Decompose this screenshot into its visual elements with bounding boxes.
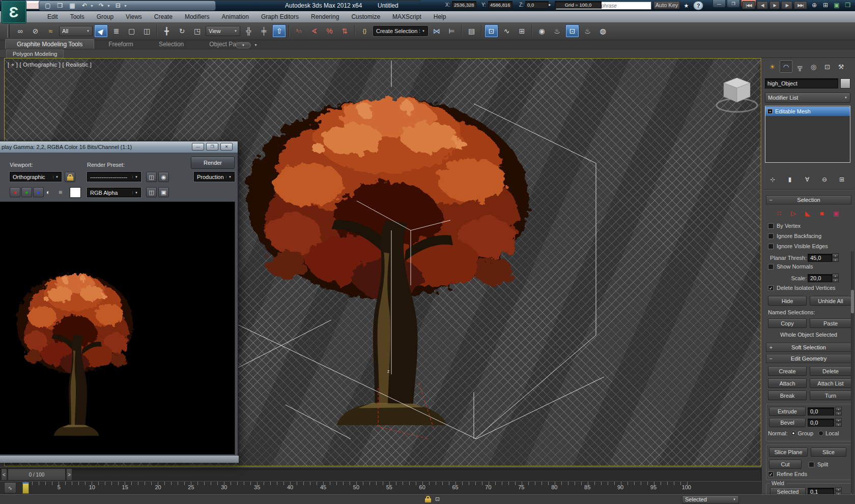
turn-button[interactable]: Turn xyxy=(810,391,851,400)
alpha-channel-icon[interactable]: ■ xyxy=(59,189,62,196)
checkbox[interactable] xyxy=(768,223,774,229)
menu-item[interactable]: Graph Editors xyxy=(255,12,304,21)
unhide-all-button[interactable]: Unhide All xyxy=(810,296,851,306)
delete-button[interactable]: Delete xyxy=(810,366,851,376)
slice-button[interactable]: Slice xyxy=(811,448,846,457)
menu-item[interactable]: Tools xyxy=(65,12,90,21)
panel-scrollbar-track[interactable] xyxy=(851,251,854,493)
ribbon-tab[interactable]: Selection xyxy=(148,40,195,49)
rendered-frame-window-icon[interactable]: ⊡ xyxy=(565,24,579,38)
ignore-backfacing-row[interactable]: Ignore Backfacing xyxy=(768,233,821,239)
save-file-icon[interactable]: ▦ xyxy=(68,2,77,10)
by-vertex-row[interactable]: By Vertex xyxy=(768,223,801,229)
element-subobject-icon[interactable]: ▣ xyxy=(831,209,841,218)
object-name-field[interactable]: high_Object xyxy=(765,78,838,88)
spinner[interactable]: ▲▼ xyxy=(835,418,842,427)
zoom-icon[interactable]: ⊕ xyxy=(809,1,819,9)
align-icon[interactable]: ⊨ xyxy=(445,24,459,38)
hide-button[interactable]: Hide xyxy=(768,296,807,306)
go-to-end-icon[interactable]: ▶▶| xyxy=(794,1,807,9)
zoom-extents-icon[interactable]: ▣ xyxy=(832,1,842,9)
time-slider-handle[interactable]: 0 / 100 xyxy=(8,468,66,481)
viewcube[interactable] xyxy=(717,78,757,112)
render-viewport-dropdown[interactable]: Orthographic▼ xyxy=(10,172,62,182)
make-unique-icon[interactable]: ∀ xyxy=(801,174,814,185)
pin-stack-icon[interactable]: ⊹ xyxy=(766,174,779,185)
render-button[interactable]: Render xyxy=(191,157,235,169)
z-coordinate-field[interactable]: 0,0 xyxy=(525,1,549,9)
red-channel-icon[interactable]: ● xyxy=(10,187,20,197)
modifier-stack[interactable]: + Editable Mesh xyxy=(765,106,850,163)
favorites-star-icon[interactable]: ★ xyxy=(682,2,691,10)
play-icon[interactable]: ▶ xyxy=(770,1,780,9)
open-file-icon[interactable]: ❒ xyxy=(55,2,65,10)
save-image-icon[interactable]: ▣ xyxy=(158,187,169,197)
tab-modify[interactable]: ◠ xyxy=(780,61,792,73)
previous-frame-icon[interactable]: ◀| xyxy=(757,1,768,9)
tab-create[interactable]: ☀ xyxy=(766,61,779,73)
previous-frame-arrow[interactable]: < xyxy=(1,468,7,481)
schematic-view-icon[interactable]: ⊞ xyxy=(515,24,529,38)
bind-to-space-warp-icon[interactable]: ≈ xyxy=(44,24,58,38)
tab-hierarchy[interactable]: ╦ xyxy=(793,61,806,73)
material-editor-icon[interactable]: ◉ xyxy=(535,24,549,38)
checkbox[interactable] xyxy=(809,462,814,467)
modifier-list-dropdown[interactable]: Modifier List▼ xyxy=(765,93,850,103)
time-slider-marker[interactable] xyxy=(22,482,29,494)
clone-rendered-frame-icon[interactable]: ◫ xyxy=(146,187,157,197)
rendered-frame-window[interactable]: play Gamma: 2,2, RGBA Color 16 Bits/Chan… xyxy=(0,141,238,463)
bevel-field[interactable]: 0,0 xyxy=(808,419,834,427)
spinner[interactable]: ▲▼ xyxy=(832,253,839,262)
render-preset-dropdown[interactable]: --------------------▼ xyxy=(87,172,141,182)
remove-modifier-icon[interactable]: ⊖ xyxy=(818,174,831,185)
group-radio[interactable] xyxy=(791,431,796,436)
window-crossing-icon[interactable]: ◫ xyxy=(140,24,154,38)
render-setup-icon[interactable]: ♨ xyxy=(550,24,564,38)
panel-scrollbar-thumb[interactable] xyxy=(851,290,854,313)
render-close-button[interactable]: ✕ xyxy=(220,143,233,151)
edit-named-selection-sets-icon[interactable]: {} xyxy=(358,24,372,38)
help-icon[interactable]: ? xyxy=(693,1,703,10)
application-menu-button[interactable]: Ɛ xyxy=(1,1,26,23)
render-production-icon[interactable]: ♨ xyxy=(581,24,594,38)
green-channel-icon[interactable]: ● xyxy=(21,187,32,197)
selection-filter-dropdown[interactable]: All▼ xyxy=(59,26,93,36)
infocenter-arrow-icon[interactable]: ▸ xyxy=(549,2,551,7)
undo-dropdown-icon[interactable]: ▼ xyxy=(90,4,94,8)
pan-view-icon[interactable]: ⊞ xyxy=(820,1,831,9)
new-file-icon[interactable]: ▢ xyxy=(43,2,52,10)
select-and-scale-icon[interactable]: ◳ xyxy=(190,24,204,38)
keyboard-shortcut-override-icon[interactable]: ⇧ xyxy=(272,24,286,38)
tab-utilities[interactable]: ⚒ xyxy=(835,61,847,73)
checkbox[interactable] xyxy=(768,264,774,270)
attach-button[interactable]: Attach xyxy=(768,378,807,388)
face-subobject-icon[interactable]: ◣ xyxy=(803,209,813,218)
spinner[interactable]: ▲▼ xyxy=(832,274,839,282)
viewport-lock-button[interactable] xyxy=(65,172,75,182)
menu-item[interactable]: Edit xyxy=(42,12,64,21)
snaps-toggle-icon[interactable]: ³∩ xyxy=(292,24,306,38)
extrude-button[interactable]: Extrude xyxy=(769,407,806,416)
polygon-subobject-icon[interactable]: ■ xyxy=(817,209,827,218)
monochrome-channel-icon[interactable]: ◐ xyxy=(46,189,50,196)
vertex-subobject-icon[interactable]: ∷ xyxy=(774,209,784,218)
checkbox[interactable] xyxy=(768,233,774,239)
select-and-manipulate-icon[interactable]: ╪ xyxy=(257,24,271,38)
scale-field[interactable]: 20,0 xyxy=(808,274,832,282)
render-mode-dropdown[interactable]: Production▼ xyxy=(194,172,235,182)
slice-plane-button[interactable]: Slice Plane xyxy=(769,448,808,457)
bevel-button[interactable]: Bevel xyxy=(769,418,806,427)
stack-item-editable-mesh[interactable]: + Editable Mesh xyxy=(765,107,850,116)
blue-channel-icon[interactable]: ● xyxy=(33,187,44,197)
copy-button[interactable]: Copy xyxy=(768,318,807,328)
extrude-field[interactable]: 0,0 xyxy=(808,407,834,416)
edit-geometry-rollout-header[interactable]: −Edit Geometry xyxy=(766,354,851,363)
project-dropdown-icon[interactable]: ▼ xyxy=(124,4,127,8)
refine-ends-row[interactable]: ✓Refine Ends xyxy=(768,471,807,477)
ribbon-tab[interactable]: Graphite Modeling Tools xyxy=(5,39,94,49)
menu-item[interactable]: Views xyxy=(120,12,148,21)
edge-subobject-icon[interactable]: ▷ xyxy=(788,209,799,218)
cut-button[interactable]: Cut xyxy=(769,460,802,469)
reference-coordinate-dropdown[interactable]: View▼ xyxy=(206,26,240,36)
named-selection-sets-dropdown[interactable]: Create Selection Se▼ xyxy=(373,26,428,36)
